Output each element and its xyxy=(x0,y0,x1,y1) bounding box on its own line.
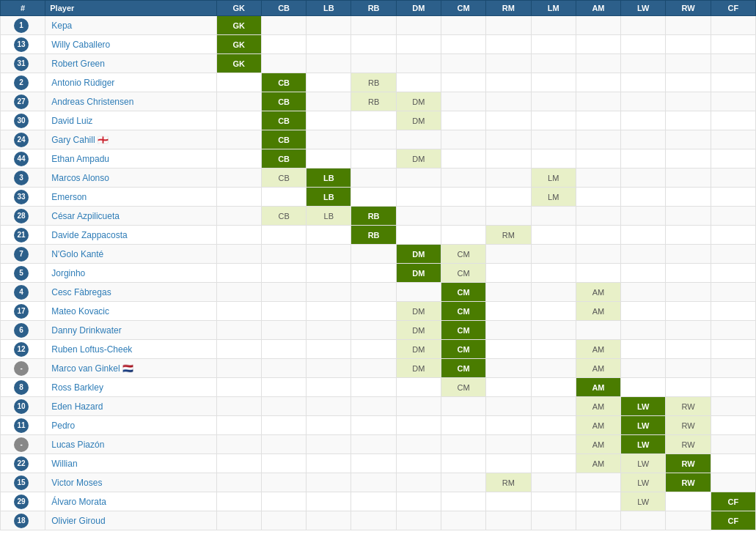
pos-cell-am xyxy=(576,245,620,264)
pos-cell-gk xyxy=(216,149,261,169)
pos-cell-rw xyxy=(666,245,711,264)
pos-cell-cm: CM xyxy=(441,264,486,283)
player-name-cell[interactable]: Cesc Fàbregas xyxy=(45,283,216,302)
pos-cell-rm xyxy=(486,511,531,530)
pos-cell-rm xyxy=(486,302,531,321)
pos-cell-gk xyxy=(216,264,261,283)
player-name-cell[interactable]: Davide Zappacosta xyxy=(45,226,216,245)
pos-cell-cb xyxy=(261,35,306,54)
pos-cell-dm xyxy=(396,130,441,149)
pos-cell-cb xyxy=(261,283,306,302)
col-header-gk: GK xyxy=(216,1,261,16)
player-name-cell[interactable]: Marcos Alonso xyxy=(45,169,216,188)
pos-cell-rw xyxy=(666,511,711,530)
pos-cell-lm xyxy=(531,73,576,92)
pos-cell-lm xyxy=(531,16,576,35)
player-name-cell[interactable]: Willy Caballero xyxy=(45,35,216,54)
player-name-cell[interactable]: Mateo Kovacic xyxy=(45,302,216,321)
pos-cell-rb: RB xyxy=(351,226,396,245)
pos-cell-cb: CB xyxy=(261,111,306,130)
player-name-cell[interactable]: Marco van Ginkel 🇳🇱 xyxy=(45,359,216,378)
pos-cell-am xyxy=(576,321,620,340)
player-number: 44 xyxy=(1,149,45,169)
player-name-cell[interactable]: César Azpilicueta xyxy=(45,207,216,226)
pos-cell-lb xyxy=(307,245,351,264)
pos-cell-rm xyxy=(486,111,531,130)
player-name-cell[interactable]: Kepa xyxy=(45,16,216,35)
pos-cell-gk xyxy=(216,130,261,149)
player-name-cell[interactable]: Gary Cahill 🏴󠁧󠁢󠁥󠁮󠁧󠁿 xyxy=(45,130,216,149)
player-name-cell[interactable]: Olivier Giroud xyxy=(45,511,216,530)
pos-cell-lb xyxy=(307,302,351,321)
player-name-cell[interactable]: Lucas Piazón xyxy=(45,435,216,454)
col-header-cb: CB xyxy=(261,1,306,16)
pos-cell-cm: CM xyxy=(441,302,486,321)
pos-cell-rm xyxy=(486,54,531,73)
player-name-cell[interactable]: Ruben Loftus-Cheek xyxy=(45,340,216,359)
pos-cell-gk xyxy=(216,169,261,188)
pos-cell-lm xyxy=(531,302,576,321)
col-header-player: Player xyxy=(45,1,216,16)
col-header-am: AM xyxy=(576,1,620,16)
pos-cell-am xyxy=(576,35,620,54)
pos-cell-cm xyxy=(441,492,486,511)
pos-cell-cm xyxy=(441,226,486,245)
player-name-cell[interactable]: David Luiz xyxy=(45,111,216,130)
pos-cell-dm: DM xyxy=(396,111,441,130)
pos-cell-lb xyxy=(307,511,351,530)
pos-cell-lb xyxy=(307,473,351,492)
pos-cell-cb xyxy=(261,264,306,283)
pos-cell-cf xyxy=(711,16,755,35)
player-number: 6 xyxy=(1,321,45,340)
pos-cell-rw xyxy=(666,207,711,226)
pos-cell-dm xyxy=(396,511,441,530)
pos-cell-cb xyxy=(261,435,306,454)
pos-cell-lb: LB xyxy=(307,207,351,226)
col-header-lw: LW xyxy=(621,1,666,16)
player-name-cell[interactable]: Danny Drinkwater xyxy=(45,321,216,340)
pos-cell-cb xyxy=(261,359,306,378)
pos-cell-lb xyxy=(307,492,351,511)
col-header-lb: LB xyxy=(307,1,351,16)
pos-cell-lm xyxy=(531,416,576,435)
pos-cell-rb xyxy=(351,435,396,454)
player-name-cell[interactable]: Emerson xyxy=(45,188,216,207)
player-name-cell[interactable]: N'Golo Kanté xyxy=(45,245,216,264)
table-row: 27Andreas ChristensenCBRBDM xyxy=(1,92,756,111)
player-number: 31 xyxy=(1,54,45,73)
pos-cell-rb xyxy=(351,54,396,73)
pos-cell-lm xyxy=(531,54,576,73)
player-number: 2 xyxy=(1,73,45,92)
player-name-cell[interactable]: Jorginho xyxy=(45,264,216,283)
player-name-cell[interactable]: Victor Moses xyxy=(45,473,216,492)
player-name-cell[interactable]: Antonio Rüdiger xyxy=(45,73,216,92)
pos-cell-gk xyxy=(216,454,261,473)
pos-cell-rm xyxy=(486,416,531,435)
pos-cell-cm xyxy=(441,130,486,149)
pos-cell-cb xyxy=(261,397,306,416)
player-name-cell[interactable]: Eden Hazard xyxy=(45,397,216,416)
pos-cell-rm xyxy=(486,264,531,283)
pos-cell-lw: LW xyxy=(621,473,666,492)
pos-cell-lw xyxy=(621,359,666,378)
player-name-cell[interactable]: Ross Barkley xyxy=(45,378,216,397)
pos-cell-lm xyxy=(531,149,576,169)
player-name-cell[interactable]: Ethan Ampadu xyxy=(45,149,216,169)
pos-cell-rm xyxy=(486,35,531,54)
player-name-cell[interactable]: Robert Green xyxy=(45,54,216,73)
pos-cell-rb xyxy=(351,149,396,169)
player-name-cell[interactable]: Álvaro Morata xyxy=(45,492,216,511)
player-name-cell[interactable]: Pedro xyxy=(45,416,216,435)
pos-cell-rw xyxy=(666,283,711,302)
pos-cell-rb xyxy=(351,473,396,492)
player-name-cell[interactable]: Andreas Christensen xyxy=(45,92,216,111)
pos-cell-rw xyxy=(666,130,711,149)
pos-cell-cm xyxy=(441,416,486,435)
pos-cell-dm xyxy=(396,378,441,397)
player-name-cell[interactable]: Willian xyxy=(45,454,216,473)
pos-cell-gk xyxy=(216,511,261,530)
pos-cell-lm xyxy=(531,340,576,359)
pos-cell-rb xyxy=(351,378,396,397)
pos-cell-rb xyxy=(351,111,396,130)
player-number: 5 xyxy=(1,264,45,283)
